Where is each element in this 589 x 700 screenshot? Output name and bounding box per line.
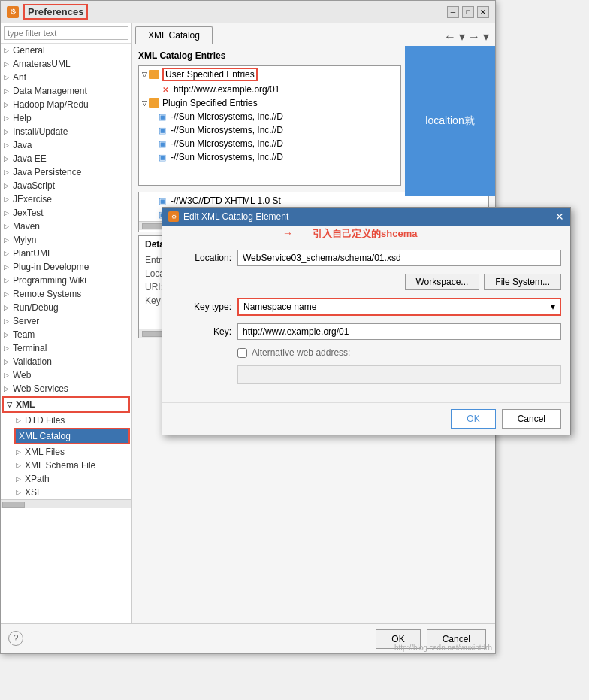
title-bar: ⚙ Preferences ─ □ ✕ xyxy=(1,1,495,23)
sun-label-1: -//Sun Microsystems, Inc.//D xyxy=(171,111,283,122)
plugin-specified-label: Plugin Specified Entries xyxy=(162,98,258,108)
dialog-footer: OK Cancel xyxy=(162,402,570,435)
workspace-button[interactable]: Workspace... xyxy=(405,274,480,290)
preferences-icon: ⚙ xyxy=(7,6,19,18)
doc-icon-1: ▣ xyxy=(157,111,168,122)
sidebar-item-xmlschema[interactable]: ▷XML Schema File xyxy=(1,459,131,472)
sidebar-item-javaee[interactable]: ▷Java EE xyxy=(1,152,131,165)
maximize-button[interactable]: □ xyxy=(462,6,474,18)
dialog-icon: ⚙ xyxy=(168,211,179,222)
example-url-row[interactable]: ✕ http://www.example.org/01 xyxy=(139,83,400,96)
window-title: Preferences xyxy=(23,4,88,20)
dropdown2-icon[interactable]: ▾ xyxy=(483,29,489,44)
dialog-ok-button[interactable]: OK xyxy=(451,409,495,429)
sun-row-1[interactable]: ▣ -//Sun Microsystems, Inc.//D xyxy=(139,110,400,123)
filesystem-button[interactable]: File System... xyxy=(484,274,561,290)
title-bar-left: ⚙ Preferences xyxy=(7,4,88,20)
file-buttons-row: Workspace... File System... xyxy=(237,274,561,290)
sidebar-item-datamanagement[interactable]: ▷Data Management xyxy=(1,84,131,98)
sidebar-item-web[interactable]: ▷Web xyxy=(1,368,131,382)
blue-background-area: localtion就 xyxy=(405,46,495,196)
sidebar-item-general[interactable]: ▷General xyxy=(1,44,131,57)
sun-label-4: -//Sun Microsystems, Inc.//D xyxy=(171,152,283,162)
sidebar-item-xml[interactable]: ▽XML xyxy=(4,398,128,411)
sidebar-item-webservices[interactable]: ▷Web Services xyxy=(1,382,131,395)
catalog-entries-tree: ▽ User Specified Entries ✕ http://www.ex… xyxy=(138,65,401,186)
dialog-title-bar: ⚙ Edit XML Catalog Element ✕ xyxy=(162,208,570,226)
key-input[interactable] xyxy=(237,323,561,340)
sidebar-item-maven[interactable]: ▷Maven xyxy=(1,220,131,233)
sidebar-item-jextest[interactable]: ▷JexTest xyxy=(1,206,131,220)
location-dialog-label: Location: xyxy=(171,253,231,263)
sidebar-item-amaterasuml[interactable]: ▷AmaterasUML xyxy=(1,57,131,71)
key-label: Key: xyxy=(171,326,231,337)
sidebar-item-xsl[interactable]: ▷XSL xyxy=(1,486,131,499)
filter-input[interactable] xyxy=(4,26,128,40)
sidebar-item-xmlcatalog[interactable]: XML Catalog xyxy=(16,429,128,443)
sidebar-item-dtd[interactable]: ▷DTD Files xyxy=(1,414,131,427)
sidebar-item-help[interactable]: ▷Help xyxy=(1,111,131,125)
doc-icon-4: ▣ xyxy=(157,152,168,162)
sun-row-4[interactable]: ▣ -//Sun Microsystems, Inc.//D xyxy=(139,150,400,164)
sidebar-item-install[interactable]: ▷Install/Update xyxy=(1,125,131,138)
sun-row-2[interactable]: ▣ -//Sun Microsystems, Inc.//D xyxy=(139,123,400,137)
window-controls: ─ □ ✕ xyxy=(447,6,489,18)
sidebar-item-jexercise[interactable]: ▷JExercise xyxy=(1,192,131,206)
sidebar-item-xpath[interactable]: ▷XPath xyxy=(1,472,131,486)
sidebar-item-javapersistence[interactable]: ▷Java Persistence xyxy=(1,165,131,179)
sidebar-item-remote[interactable]: ▷Remote Systems xyxy=(1,287,131,301)
sidebar-item-server[interactable]: ▷Server xyxy=(1,314,131,328)
plugin-specified-row[interactable]: ▽ Plugin Specified Entries xyxy=(139,96,400,110)
sun-label-2: -//Sun Microsystems, Inc.//D xyxy=(171,125,283,135)
blue-area-text: localtion就 xyxy=(425,114,474,128)
dialog-title-left: ⚙ Edit XML Catalog Element xyxy=(168,211,288,222)
sidebar-item-javascript[interactable]: ▷JavaScript xyxy=(1,179,131,192)
alt-web-row: Alternative web address: xyxy=(237,347,561,358)
sidebar-item-xmlfiles[interactable]: ▷XML Files xyxy=(1,445,131,459)
alt-web-input[interactable] xyxy=(237,365,561,384)
dropdown-icon[interactable]: ▾ xyxy=(459,29,465,44)
tab-bar: XML Catalog ← ▾ → ▾ xyxy=(132,23,495,44)
forward-icon[interactable]: → xyxy=(468,30,480,44)
dialog-cancel-button[interactable]: Cancel xyxy=(502,409,561,429)
help-icon[interactable]: ? xyxy=(8,631,23,646)
user-specified-row[interactable]: ▽ User Specified Entries xyxy=(139,66,400,83)
sidebar-item-java[interactable]: ▷Java xyxy=(1,138,131,152)
annotation-arrow-icon: → xyxy=(282,227,293,239)
location-input[interactable] xyxy=(237,250,561,266)
keytype-dialog-row: Key type: Namespace name ▾ xyxy=(171,298,561,316)
keytype-select-value: Namespace name xyxy=(243,302,316,312)
w3c-label-1: -//W3C//DTD XHTML 1.0 St xyxy=(171,195,281,206)
folder-icon xyxy=(149,70,159,79)
plugin-folder-icon xyxy=(149,98,159,108)
sidebar-item-validation[interactable]: ▷Validation xyxy=(1,355,131,368)
sidebar-item-mylyn[interactable]: ▷Mylyn xyxy=(1,233,131,247)
keytype-select[interactable]: Namespace name ▾ xyxy=(237,298,561,316)
alt-web-label: Alternative web address: xyxy=(252,347,350,358)
x-icon: ✕ xyxy=(160,84,171,95)
sidebar-item-progwiki[interactable]: ▷Programming Wiki xyxy=(1,274,131,287)
sidebar-item-plugin[interactable]: ▷Plug-in Developme xyxy=(1,260,131,274)
sidebar-item-ant[interactable]: ▷Ant xyxy=(1,71,131,84)
annotation-area: 引入自己定义的shcema → xyxy=(162,226,570,241)
tab-navigation: ← ▾ → ▾ xyxy=(444,29,495,44)
edit-dialog: ⚙ Edit XML Catalog Element ✕ 引入自己定义的shce… xyxy=(162,207,571,435)
sidebar-item-plantuml[interactable]: ▷PlantUML xyxy=(1,247,131,260)
alt-web-checkbox[interactable] xyxy=(237,348,247,358)
dialog-close-button[interactable]: ✕ xyxy=(555,211,564,223)
sidebar-item-rundebug[interactable]: ▷Run/Debug xyxy=(1,301,131,314)
xml-catalog-tab[interactable]: XML Catalog xyxy=(135,26,213,44)
sidebar-item-terminal[interactable]: ▷Terminal xyxy=(1,341,131,355)
sidebar-item-team[interactable]: ▷Team xyxy=(1,328,131,341)
dialog-body: Location: Workspace... File System... Ke… xyxy=(162,241,570,402)
alt-web-input-area xyxy=(237,365,561,384)
sun-row-3[interactable]: ▣ -//Sun Microsystems, Inc.//D xyxy=(139,137,400,150)
back-icon[interactable]: ← xyxy=(444,30,456,44)
location-row: Location: xyxy=(171,250,561,266)
keytype-dialog-label: Key type: xyxy=(171,302,231,312)
minimize-button[interactable]: ─ xyxy=(447,6,459,18)
annotation-text: 引入自己定义的shcema xyxy=(313,227,417,241)
sidebar-item-hadoop[interactable]: ▷Hadoop Map/Redu xyxy=(1,98,131,111)
key-row: Key: xyxy=(171,323,561,340)
close-button[interactable]: ✕ xyxy=(477,6,489,18)
